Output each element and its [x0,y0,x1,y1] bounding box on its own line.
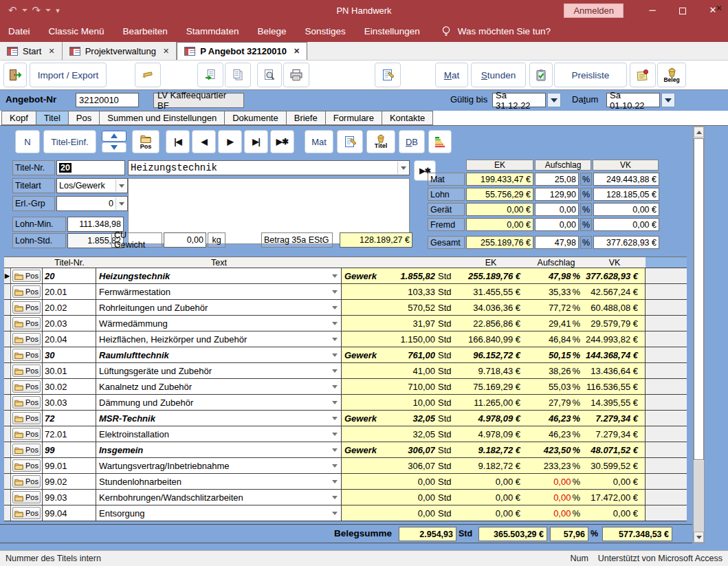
row-dropdown-icon[interactable] [329,398,340,408]
scroll-up-button[interactable] [694,127,704,138]
menu-item-bearbeiten[interactable]: Bearbeiten [123,26,168,36]
new-button[interactable]: N [15,130,40,153]
cu-gewicht-input[interactable]: 0,00 [164,232,206,248]
record-selector[interactable]: ▶ [4,363,11,378]
gueltig-bis-dropdown-icon[interactable] [547,93,561,107]
cost-aufschlag-value[interactable]: 0,00 [535,203,579,216]
gueltig-bis-input[interactable]: Sa 31.12.22 [492,93,546,107]
titel-nr-cell[interactable]: 99.04 [43,505,96,521]
titel-text-cell[interactable]: Kanalnetz und Zubehör [96,379,342,394]
undo-dropdown-icon[interactable] [22,9,27,12]
record-selector[interactable]: ▶ [4,316,11,331]
record-selector[interactable]: ▶ [4,458,11,473]
titel-nr-cell[interactable]: 30.03 [43,395,96,410]
row-dropdown-icon[interactable] [329,492,340,503]
row-dropdown-icon[interactable] [329,445,340,455]
mat-record-button[interactable]: Mat [305,130,333,153]
titel-text-cell[interactable]: Elektroinstallation [96,426,342,442]
titel-nr-cell[interactable]: 72.01 [43,426,96,442]
pos-row-button[interactable]: Pos [12,333,41,345]
row-dropdown-icon[interactable] [329,382,340,392]
menu-item-classic-menü[interactable]: Classic Menü [49,26,104,36]
titel-text-cell[interactable]: MSR-Technik [96,411,342,426]
calculation-note-button[interactable] [375,63,401,87]
titel-nr-cell[interactable]: 20.04 [43,331,96,347]
paste-insert-button[interactable] [197,63,223,87]
pos-row-button[interactable]: Pos [12,364,41,377]
calculation-record-button[interactable] [337,130,363,153]
close-button[interactable]: ✕ [698,0,728,21]
pos-folder-button[interactable]: Pos [132,130,159,153]
titel-nr-cell[interactable]: 20.02 [43,300,96,315]
scroll-down-button[interactable] [694,532,704,543]
mat-button[interactable]: Mat [435,63,468,87]
record-selector[interactable]: ▶ [4,284,11,299]
titel-nr-cell[interactable]: 20.03 [43,316,96,331]
titel-text-cell[interactable]: Heizflächen, Heizkörper und Zubehör [96,331,342,347]
scrollbar-thumb[interactable] [694,138,704,460]
titel-nr-cell[interactable]: 20 [43,268,96,283]
last-record-button[interactable]: ▶| [244,130,268,153]
pos-row-button[interactable]: Pos [12,317,41,329]
titel-text-cell[interactable]: Dämmung und Zubehör [96,395,342,410]
minimize-button[interactable]: ─ [637,0,668,21]
record-selector[interactable]: ▶ [4,331,11,347]
row-dropdown-icon[interactable] [329,271,340,281]
tab-close-icon[interactable]: ✕ [294,47,300,56]
titel-text-cell[interactable]: Kernbohrungen/Wandschlitzarbeiten [96,490,342,505]
pos-row-button[interactable]: Pos [12,444,41,456]
menu-item-sonstiges[interactable]: Sonstiges [305,26,345,36]
datum-input[interactable]: Sa 01.10.22 [606,93,660,107]
cost-aufschlag-value[interactable]: 25,08 [535,173,579,186]
record-selector[interactable]: ▶ [4,490,11,505]
energy-label-button[interactable] [428,130,452,153]
record-selector[interactable]: ▶ [4,300,11,315]
record-selector[interactable]: ▶ [4,379,11,394]
titel-nr-cell[interactable]: 99.02 [43,474,96,489]
db-button[interactable]: DB [399,130,425,153]
checklist-button[interactable] [529,63,553,87]
notepad-button[interactable] [630,63,656,87]
stunden-button[interactable]: Stunden [471,63,526,87]
menu-item-datei[interactable]: Datei [8,26,30,36]
record-selector[interactable]: ▶ [4,347,11,362]
doc-tab-start[interactable]: Start✕ [0,42,63,60]
titel-nr-cell[interactable]: 30.02 [43,379,96,394]
row-dropdown-icon[interactable] [329,429,340,439]
datum-dropdown-icon[interactable] [661,93,675,107]
titel-nr-cell[interactable]: 99.03 [43,490,96,505]
row-dropdown-icon[interactable] [329,287,340,297]
titel-bucket-button[interactable]: Titel [366,130,395,153]
titelart-dropdown-icon[interactable] [115,179,126,192]
titel-nr-cell[interactable]: 30.01 [43,363,96,378]
tell-me-assistant[interactable]: Was möchten Sie tun? [441,25,551,37]
page-tab-briefe[interactable]: Briefe [286,111,326,125]
titel-text-cell[interactable]: Insgemein [96,442,342,457]
titel-nr-cell[interactable]: 30 [43,347,96,362]
doc-tab-projektverwaltung[interactable]: Projektverwaltung✕ [63,42,177,60]
print-preview-button[interactable] [257,63,282,87]
record-selector[interactable]: ▶ [4,268,11,283]
record-selector[interactable]: ▶ [4,426,11,442]
page-tab-summen-und-einstellungen[interactable]: Summen und Einstellungen [99,111,225,125]
titel-text-cell[interactable]: Entsorgung [96,505,342,521]
print-button[interactable] [283,63,309,87]
record-selector[interactable]: ▶ [4,442,11,457]
maximize-button[interactable] [668,0,698,21]
customize-quick-access-icon[interactable]: ▾ [56,6,60,15]
pos-row-button[interactable]: Pos [12,285,41,298]
tab-close-icon[interactable]: ✕ [48,47,54,56]
move-up-button[interactable] [102,131,126,142]
row-dropdown-icon[interactable] [329,413,340,424]
preisliste-button[interactable]: Preisliste [554,63,627,87]
titel-text-combo[interactable]: Heizungstechnik [128,160,410,175]
pos-row-button[interactable]: Pos [12,270,41,282]
pos-row-button[interactable]: Pos [12,301,41,314]
titel-nr-cell[interactable]: 99.01 [43,458,96,473]
erl-grp-combo[interactable]: 0 [56,196,128,211]
row-dropdown-icon[interactable] [329,477,340,487]
copy-button[interactable] [225,63,251,87]
row-dropdown-icon[interactable] [329,366,340,376]
row-dropdown-icon[interactable] [329,461,340,471]
beleg-button[interactable]: Beleg [657,63,686,87]
